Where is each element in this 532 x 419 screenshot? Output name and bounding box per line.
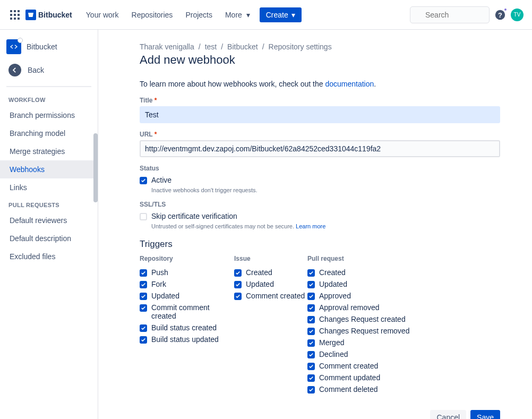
trigger-pr-approved-checkbox[interactable] (307, 293, 315, 300)
trigger-pr-cr-created-checkbox[interactable] (307, 316, 315, 323)
url-label-text: URL (140, 131, 152, 138)
nav-your-work[interactable]: Your work (81, 7, 124, 22)
create-button[interactable]: Create ▾ (260, 7, 302, 22)
breadcrumb: Tharak venigalla / test / Bitbucket / Re… (140, 42, 500, 51)
trigger-pr-updated-checkbox[interactable] (307, 281, 315, 288)
trigger-pr-comment-created-label[interactable]: Comment created (319, 362, 378, 370)
cancel-button[interactable]: Cancel (430, 410, 466, 419)
trigger-pr-comment-created-checkbox[interactable] (307, 363, 315, 370)
trigger-pr-updated-label[interactable]: Updated (319, 280, 347, 288)
bitbucket-logo-icon (25, 10, 36, 20)
trigger-repo-commit-comment-label[interactable]: Commit comment created (151, 303, 234, 320)
sidebar-item-webhooks[interactable]: Webhooks (0, 160, 98, 178)
sidebar-scrollbar[interactable] (93, 133, 98, 202)
product-logo[interactable]: Bitbucket (25, 10, 72, 20)
sidebar-item-default-description[interactable]: Default description (0, 229, 98, 247)
top-navigation: Your work Repositories Projects More ▾ (81, 7, 255, 22)
active-checkbox-label[interactable]: Active (151, 176, 171, 184)
crumb-section[interactable]: Repository settings (269, 42, 332, 51)
footer-buttons: Cancel Save (140, 410, 500, 419)
svg-text:?: ? (498, 11, 502, 19)
trigger-pr-approval-removed-label[interactable]: Approval removed (319, 303, 380, 312)
trigger-repo-fork-checkbox[interactable] (140, 281, 147, 288)
trigger-repo-updated-checkbox[interactable] (140, 293, 147, 300)
sidebar-back[interactable]: Back (0, 58, 98, 82)
trigger-repo-build-updated-checkbox[interactable] (140, 336, 147, 344)
svg-rect-5 (18, 14, 20, 16)
trigger-pr-approval-removed-checkbox[interactable] (307, 304, 315, 312)
trigger-hdr-repository: Repository (140, 255, 234, 262)
trigger-repo-fork-label[interactable]: Fork (151, 280, 166, 288)
trigger-pr-created-label[interactable]: Created (319, 268, 346, 277)
trigger-pr-declined-label[interactable]: Declined (319, 350, 348, 358)
trigger-issue-comment-label[interactable]: Comment created (246, 292, 305, 300)
skip-cert-checkbox-label[interactable]: Skip certificate verification (151, 212, 237, 220)
product-name: Bitbucket (38, 11, 72, 19)
crumb-project[interactable]: test (205, 42, 217, 51)
user-avatar[interactable]: TV (511, 8, 524, 21)
sidebar-item-branch-permissions[interactable]: Branch permissions (0, 106, 98, 124)
save-button[interactable]: Save (470, 410, 500, 419)
trigger-pr-merged-checkbox[interactable] (307, 339, 315, 347)
svg-rect-7 (14, 18, 16, 20)
help-button[interactable]: ? (494, 8, 507, 21)
active-helper: Inactive webhooks don't trigger requests… (151, 187, 500, 193)
trigger-pr-cr-created-label[interactable]: Changes Request created (319, 315, 406, 323)
trigger-issue-comment-checkbox[interactable] (234, 293, 242, 300)
trigger-repo-updated-label[interactable]: Updated (151, 292, 179, 300)
search-input[interactable] (410, 6, 490, 23)
trigger-pr-comment-updated-label[interactable]: Comment updated (319, 373, 380, 382)
field-status: Status Active Inactive webhooks don't tr… (140, 165, 500, 193)
trigger-issue-created-checkbox[interactable] (234, 269, 242, 277)
trigger-repo-build-updated-label[interactable]: Build status updated (151, 335, 219, 344)
required-icon: * (152, 97, 157, 104)
skip-cert-checkbox[interactable] (140, 213, 147, 220)
active-checkbox[interactable] (140, 177, 147, 184)
intro-prefix: To learn more about how webhooks work, c… (140, 80, 325, 88)
nav-projects[interactable]: Projects (180, 7, 218, 22)
trigger-pr-merged-label[interactable]: Merged (319, 338, 344, 347)
url-input[interactable] (140, 140, 500, 157)
trigger-pr-cr-removed-label[interactable]: Changes Request removed (319, 327, 409, 335)
app-switcher-icon[interactable] (8, 8, 21, 21)
ssl-helper: Untrusted or self-signed certificates ma… (151, 223, 500, 229)
sidebar-item-links[interactable]: Links (0, 178, 98, 196)
sidebar-item-merge-strategies[interactable]: Merge strategies (0, 142, 98, 160)
trigger-repo-commit-comment-checkbox[interactable] (140, 304, 147, 312)
sidebar-item-default-reviewers[interactable]: Default reviewers (0, 211, 98, 229)
sidebar-repo-header[interactable]: Bitbucket (0, 35, 98, 58)
crumb-owner[interactable]: Tharak venigalla (140, 42, 194, 51)
trigger-pr-approved-label[interactable]: Approved (319, 292, 351, 300)
trigger-pr-declined-checkbox[interactable] (307, 351, 315, 358)
trigger-repo-push-checkbox[interactable] (140, 269, 147, 277)
documentation-link[interactable]: documentation (325, 80, 374, 88)
sidebar-item-excluded-files[interactable]: Excluded files (0, 247, 98, 266)
field-url: URL * (140, 131, 500, 157)
back-arrow-icon (8, 64, 21, 76)
trigger-pr-created-checkbox[interactable] (307, 269, 315, 277)
nav-more-label: More (225, 11, 242, 19)
trigger-repo-build-created-checkbox[interactable] (140, 324, 147, 332)
nav-more[interactable]: More ▾ (220, 7, 255, 22)
trigger-issue-created-label[interactable]: Created (246, 268, 272, 277)
trigger-hdr-pr: Pull request (307, 255, 409, 262)
trigger-pr-comment-deleted-label[interactable]: Comment deleted (319, 385, 378, 394)
trigger-columns: Repository Push Fork Updated Commit comm… (140, 255, 500, 395)
trigger-issue-updated-label[interactable]: Updated (246, 280, 274, 288)
title-label: Title * (140, 97, 500, 104)
crumb-sep: / (221, 42, 223, 51)
trigger-repo-build-created-label[interactable]: Build status created (151, 323, 217, 332)
trigger-issue-updated-checkbox[interactable] (234, 281, 242, 288)
trigger-repo-push-label[interactable]: Push (151, 268, 168, 277)
title-input[interactable] (140, 106, 500, 123)
nav-repositories[interactable]: Repositories (126, 7, 178, 22)
trigger-pr-comment-deleted-checkbox[interactable] (307, 386, 315, 394)
trigger-pr-cr-removed-checkbox[interactable] (307, 328, 315, 335)
trigger-pr-comment-updated-checkbox[interactable] (307, 374, 315, 382)
trigger-col-repository: Repository Push Fork Updated Commit comm… (140, 255, 234, 395)
crumb-repo[interactable]: Bitbucket (227, 42, 258, 51)
learn-more-link[interactable]: Learn more (296, 223, 325, 229)
trigger-col-issue: Issue Created Updated Comment created (234, 255, 307, 395)
sidebar-item-branching-model[interactable]: Branching model (0, 124, 98, 142)
chevron-down-icon: ▾ (291, 11, 295, 19)
